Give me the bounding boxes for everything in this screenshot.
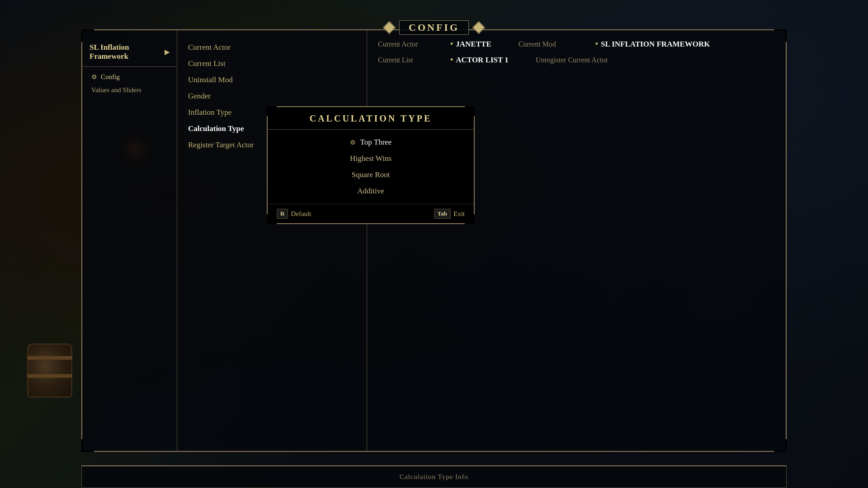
dropdown-item-top-three[interactable]: ⚙ Top Three [268, 134, 474, 150]
sidebar-item-config[interactable]: ⚙ Config [82, 70, 177, 84]
current-list-label: Current List [378, 56, 450, 64]
sidebar-config-label: Config [101, 73, 120, 81]
sidebar-values-label: Values and Sliders [91, 86, 142, 94]
default-button[interactable]: R Default [277, 209, 311, 219]
right-info-column: Current Actor • JANETTE Current Mod • SL… [367, 30, 786, 451]
left-menu-column: Current Actor Current List Uninstall Mod… [177, 30, 367, 451]
dropdown-corner-bl [267, 214, 277, 224]
current-list-value: • ACTOR LIST 1 [450, 55, 509, 65]
content-area: Current Actor Current List Uninstall Mod… [177, 30, 786, 451]
unregister-actor-label[interactable]: Unregister Current Actor [536, 56, 608, 64]
main-frame: CONFIG SL Inflation Framework ▶ ⚙ Config… [81, 29, 787, 452]
current-list-row: Current List • ACTOR LIST 1 Unregister C… [378, 55, 775, 65]
sidebar-mod-name: SL Inflation Framework [90, 43, 162, 61]
dropdown-item-additive[interactable]: Additive [268, 183, 474, 199]
sidebar-item-values-sliders[interactable]: Values and Sliders [82, 84, 177, 97]
top-three-icon: ⚙ [350, 139, 356, 146]
current-actor-row: Current Actor • JANETTE Current Mod • SL… [378, 39, 775, 49]
menu-item-uninstall-mod[interactable]: Uninstall Mod [177, 72, 367, 88]
sidebar: SL Inflation Framework ▶ ⚙ Config Values… [82, 30, 177, 451]
barrel-decoration [27, 343, 72, 398]
calculation-type-dropdown: CALCULATION TYPE ⚙ Top Three Highest Win… [267, 106, 475, 224]
dropdown-corner-tr [465, 106, 475, 116]
gear-icon: ⚙ [91, 73, 97, 81]
dropdown-title: CALCULATION TYPE [268, 107, 474, 130]
exit-btn-label: Exit [453, 210, 465, 218]
dropdown-footer: R Default Tab Exit [268, 204, 474, 223]
menu-item-current-actor[interactable]: Current Actor [177, 39, 367, 56]
bottom-info-bar: Calculation Type Info [81, 465, 787, 488]
current-mod-label: Current Mod [519, 40, 591, 48]
default-key-badge: R [277, 209, 288, 219]
current-actor-label: Current Actor [378, 40, 450, 48]
dropdown-corner-br [465, 214, 475, 224]
current-actor-value: • JANETTE [450, 39, 491, 49]
dropdown-items-list: ⚙ Top Three Highest Wins Square Root Add… [268, 130, 474, 204]
dropdown-item-square-root[interactable]: Square Root [268, 167, 474, 183]
current-mod-value: • SL INFLATION FRAMEWORK [595, 39, 710, 49]
exit-key-badge: Tab [434, 209, 451, 219]
dropdown-corner-tl [267, 106, 277, 116]
menu-item-current-list[interactable]: Current List [177, 56, 367, 72]
bottom-bar-text: Calculation Type Info [400, 473, 468, 481]
exit-button[interactable]: Tab Exit [434, 209, 465, 219]
sidebar-arrow-icon: ▶ [165, 48, 170, 56]
default-btn-label: Default [291, 210, 311, 218]
dropdown-item-highest-wins[interactable]: Highest Wins [268, 150, 474, 167]
menu-item-gender[interactable]: Gender [177, 88, 367, 104]
sidebar-mod-title[interactable]: SL Inflation Framework ▶ [82, 39, 177, 67]
